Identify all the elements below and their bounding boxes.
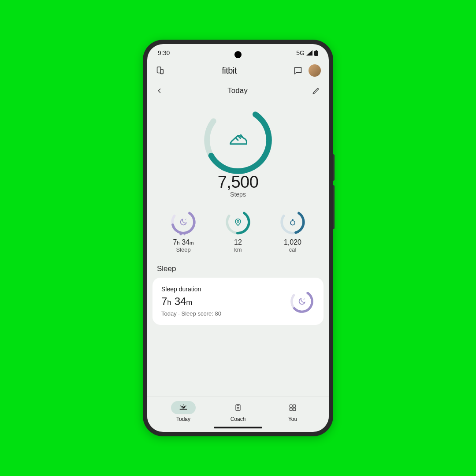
svg-point-13 (290, 221, 295, 225)
signal-icon (306, 50, 312, 56)
camera-hole (234, 51, 242, 58)
svg-rect-18 (290, 405, 292, 407)
steps-value: 7,500 (218, 173, 259, 192)
phone-frame: 9:30 5G fitbit (143, 40, 333, 436)
svg-rect-1 (316, 50, 317, 51)
chat-icon[interactable] (294, 66, 302, 75)
mini-stat-sleep[interactable]: ✓ 7h 34m Sleep (164, 208, 203, 253)
content: 7,500 Steps ✓ 7h 34m Sleep 12 km (147, 101, 329, 396)
battery-icon (314, 50, 318, 56)
card-value: 7h 34m (161, 295, 221, 308)
app-header: fitbit (147, 58, 329, 83)
grid-icon (280, 401, 305, 414)
sun-icon (171, 401, 196, 414)
mini-stat-cal[interactable]: 1,020 cal (273, 208, 312, 253)
nav-label: Today (176, 416, 190, 422)
nav-label: Coach (231, 416, 246, 422)
card-ring (289, 289, 315, 314)
status-network: 5G (296, 49, 305, 56)
mini-label: km (234, 246, 242, 253)
svg-rect-21 (293, 408, 296, 411)
home-indicator[interactable] (214, 427, 262, 428)
bottom-nav: Today Coach You (147, 396, 329, 424)
svg-rect-19 (293, 405, 296, 407)
mini-value: 12 (234, 238, 242, 246)
avatar[interactable] (309, 64, 321, 77)
nav-you[interactable]: You (280, 401, 305, 422)
page-title: Today (227, 86, 247, 95)
card-subtext: Today · Sleep score: 80 (161, 310, 221, 317)
steps-widget[interactable]: 7,500 Steps (147, 101, 329, 198)
app-title: fitbit (222, 66, 237, 76)
steps-label: Steps (230, 191, 246, 198)
svg-point-10 (237, 220, 239, 222)
nav-coach[interactable]: Coach (226, 401, 250, 422)
nav-today[interactable]: Today (171, 401, 196, 422)
section-title-sleep: Sleep (147, 253, 329, 278)
mini-label: cal (289, 246, 297, 253)
mini-value: 1,020 (284, 238, 301, 246)
sleep-card[interactable]: Sleep duration 7h 34m Today · Sleep scor… (152, 278, 324, 325)
svg-rect-20 (290, 408, 292, 411)
back-icon[interactable] (156, 87, 163, 94)
sub-header: Today (147, 83, 329, 101)
svg-rect-3 (160, 69, 163, 74)
card-title: Sleep duration (161, 286, 221, 293)
edit-icon[interactable] (312, 87, 320, 95)
screen: 9:30 5G fitbit (147, 44, 329, 432)
moon-icon (289, 289, 315, 314)
shoe-icon (203, 105, 273, 175)
devices-icon[interactable] (155, 66, 165, 75)
nav-label: You (288, 416, 297, 422)
mini-stats-row: ✓ 7h 34m Sleep 12 km 1,020 cal (147, 208, 329, 253)
clipboard-icon (226, 401, 250, 414)
mini-stat-km[interactable]: 12 km (218, 208, 258, 253)
svg-rect-0 (314, 51, 318, 56)
flame-icon (279, 208, 306, 236)
status-time: 9:30 (158, 49, 170, 56)
mini-value: 7h 34m (173, 238, 193, 246)
pin-icon (224, 208, 252, 236)
mini-label: Sleep (176, 246, 190, 253)
